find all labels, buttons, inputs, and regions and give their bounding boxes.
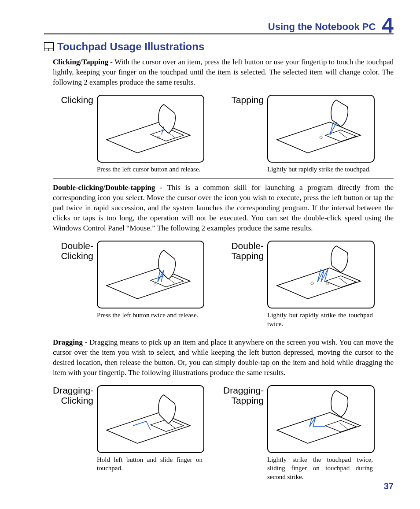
dragging-tapping-caption: Lightly strike the touchpad twice, slidi… [267, 456, 373, 482]
divider [53, 178, 394, 178]
paragraph-doubleclick: Double-clicking/Double-tapping - This is… [53, 183, 394, 234]
double-clicking-figure: Press the left button twice and release. [97, 241, 204, 320]
dragging-clicking-caption: Hold left button and slide finger on tou… [97, 456, 203, 473]
dragging-clicking-figure: Hold left button and slide finger on tou… [97, 385, 204, 473]
dragging-clicking-col: Dragging- Clicking Hold left button and … [53, 385, 223, 482]
paragraph-dragging: Dragging - Dragging means to pick up an … [53, 338, 394, 378]
lead: Double-clicking/Double-tapping - [53, 183, 167, 192]
figure-pair-1: Clicking Press the left cursor button an… [53, 95, 394, 174]
lead: Dragging - [53, 338, 89, 346]
section-heading: Touchpad Usage Illustrations [44, 41, 394, 53]
manual-page: Using the Notebook PC 4 Touchpad Usage I… [0, 0, 420, 509]
tapping-figure: Lightly but rapidly strike the touchpad. [267, 95, 375, 174]
page-number: 37 [384, 481, 394, 491]
double-tapping-label: Double- Tapping [223, 241, 267, 261]
lead: Clicking/Tapping - [53, 58, 114, 66]
clicking-figure: Press the left cursor button and release… [97, 95, 204, 174]
clicking-col: Clicking Press the left cursor button an… [53, 95, 223, 174]
dragging-tapping-col: Dragging- Tapping Lightly strike the tou… [223, 385, 394, 482]
tapping-caption: Lightly but rapidly strike the touchpad. [267, 165, 373, 174]
dragging-tapping-label: Dragging- Tapping [223, 385, 267, 405]
double-clicking-caption: Press the left button twice and release. [97, 311, 203, 320]
section-title: Touchpad Usage Illustrations [57, 41, 204, 53]
double-clicking-col: Double- Clicking Press the left button t… [53, 241, 223, 328]
double-tapping-caption: Lightly but rapidly strike the touchpad … [267, 311, 373, 328]
chapter-number: 4 [382, 16, 394, 35]
double-tapping-figure: Lightly but rapidly strike the touchpad … [267, 241, 375, 328]
tapping-col: Tapping Lightly but rapidly strike the t… [223, 95, 394, 174]
divider [53, 333, 394, 333]
dragging-tapping-figure: Lightly strike the touchpad twice, slidi… [267, 385, 375, 482]
header-title: Using the Notebook PC [268, 21, 376, 33]
clicking-caption: Press the left cursor button and release… [97, 165, 203, 174]
tapping-label: Tapping [223, 95, 267, 105]
dragging-clicking-label: Dragging- Clicking [53, 385, 97, 405]
paragraph-clicking: Clicking/Tapping - With the cursor over … [53, 57, 394, 88]
clicking-label: Clicking [53, 95, 97, 105]
figure-pair-3: Dragging- Clicking Hold left button and … [53, 385, 394, 482]
figure-pair-2: Double- Clicking Press the left button t… [53, 241, 394, 328]
para-text: Dragging means to pick up an item and pl… [53, 338, 394, 377]
touchpad-icon [44, 42, 54, 51]
double-clicking-label: Double- Clicking [53, 241, 97, 261]
page-header: Using the Notebook PC 4 [44, 13, 394, 34]
double-tapping-col: Double- Tapping Lightly but rapidly stri… [223, 241, 394, 328]
